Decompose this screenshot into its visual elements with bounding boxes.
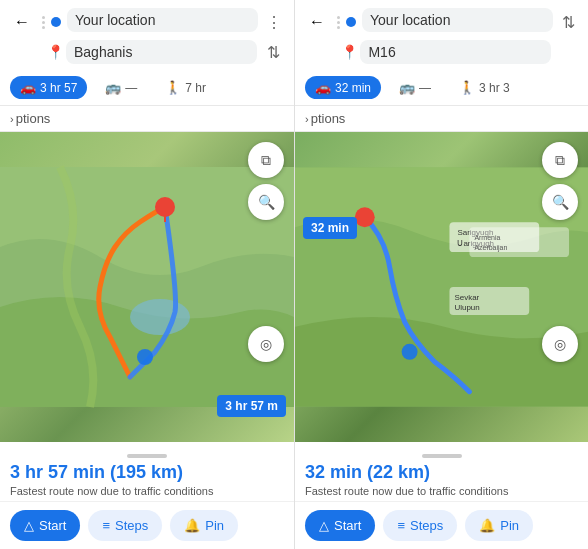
left-duration-text: 3 hr 57 min (195 km) bbox=[10, 462, 284, 483]
right-map-duration-badge: 32 min bbox=[303, 217, 357, 239]
right-options-label: ptions bbox=[311, 111, 346, 126]
left-options-bar[interactable]: › ptions bbox=[0, 106, 294, 132]
left-steps-button[interactable]: ≡ Steps bbox=[88, 510, 162, 541]
right-options-chevron: › bbox=[305, 113, 309, 125]
left-options-label: ptions bbox=[16, 111, 51, 126]
right-location-button[interactable]: ◎ bbox=[542, 326, 578, 362]
right-traffic-note: Fastest route now due to traffic conditi… bbox=[305, 485, 578, 497]
left-walk-chip[interactable]: 🚶 7 hr bbox=[155, 76, 216, 99]
right-scroll-indicator bbox=[422, 454, 462, 458]
left-dest-input[interactable] bbox=[74, 44, 249, 60]
right-origin-box[interactable] bbox=[362, 8, 553, 32]
right-map-svg: Sarigyugh Սarigyugh Sevkar Ulupun Armeni… bbox=[295, 132, 588, 442]
left-drive-label: 3 hr 57 bbox=[40, 81, 77, 95]
left-options-chevron: › bbox=[10, 113, 14, 125]
left-start-icon: △ bbox=[24, 518, 34, 533]
right-transit-label: — bbox=[419, 81, 431, 95]
right-back-button[interactable]: ← bbox=[305, 10, 329, 34]
left-panel: ← ⋮ 📍 ⇅ 🚗 3 hr 57 🚌 — bbox=[0, 0, 294, 549]
back-icon: ← bbox=[14, 13, 30, 31]
left-dest-pin-icon: 📍 bbox=[50, 47, 60, 57]
left-more-button[interactable]: ⋮ bbox=[264, 12, 284, 32]
svg-text:Ulupun: Ulupun bbox=[454, 303, 479, 312]
right-start-icon: △ bbox=[319, 518, 329, 533]
left-map-duration-text: 3 hr 57 m bbox=[225, 399, 278, 413]
right-steps-icon: ≡ bbox=[397, 518, 405, 533]
left-transit-label: — bbox=[125, 81, 137, 95]
svg-point-14 bbox=[355, 207, 375, 227]
left-pin-label: Pin bbox=[205, 518, 224, 533]
left-location-button[interactable]: ◎ bbox=[248, 326, 284, 362]
right-dest-row: 📍 bbox=[305, 40, 578, 64]
right-pin-button[interactable]: 🔔 Pin bbox=[465, 510, 533, 541]
right-map-duration-text: 32 min bbox=[311, 221, 349, 235]
right-origin-row: ← ⇅ bbox=[305, 8, 578, 36]
right-start-button[interactable]: △ Start bbox=[305, 510, 375, 541]
right-swap-button[interactable]: ⇅ bbox=[559, 10, 578, 34]
left-location-icon: ◎ bbox=[260, 336, 272, 352]
left-scroll-indicator bbox=[127, 454, 167, 458]
left-origin-row: ← ⋮ bbox=[10, 8, 284, 36]
right-origin-dot bbox=[346, 17, 356, 27]
right-location-icon: ◎ bbox=[554, 336, 566, 352]
right-pin-label: Pin bbox=[500, 518, 519, 533]
left-start-label: Start bbox=[39, 518, 66, 533]
left-back-button[interactable]: ← bbox=[10, 10, 34, 34]
svg-rect-11 bbox=[469, 227, 569, 257]
left-layers-button[interactable]: ⧉ bbox=[248, 142, 284, 178]
right-zoom-icon: 🔍 bbox=[552, 194, 569, 210]
right-walk-icon: 🚶 bbox=[459, 80, 475, 95]
left-walk-label: 7 hr bbox=[185, 81, 206, 95]
left-action-row: △ Start ≡ Steps 🔔 Pin bbox=[0, 501, 294, 549]
left-transit-chip[interactable]: 🚌 — bbox=[95, 76, 147, 99]
right-layers-button[interactable]: ⧉ bbox=[542, 142, 578, 178]
right-dest-pin-icon: 📍 bbox=[344, 47, 354, 57]
right-layers-icon: ⧉ bbox=[555, 152, 565, 169]
right-drive-chip[interactable]: 🚗 32 min bbox=[305, 76, 381, 99]
right-zoom-button[interactable]: 🔍 bbox=[542, 184, 578, 220]
left-drive-chip[interactable]: 🚗 3 hr 57 bbox=[10, 76, 87, 99]
right-walk-chip[interactable]: 🚶 3 hr 3 bbox=[449, 76, 520, 99]
svg-text:Sevkar: Sevkar bbox=[454, 293, 479, 302]
left-zoom-icon: 🔍 bbox=[258, 194, 275, 210]
left-origin-box[interactable] bbox=[67, 8, 258, 32]
left-start-button[interactable]: △ Start bbox=[10, 510, 80, 541]
right-action-row: △ Start ≡ Steps 🔔 Pin bbox=[295, 501, 588, 549]
right-steps-button[interactable]: ≡ Steps bbox=[383, 510, 457, 541]
right-transit-chip[interactable]: 🚌 — bbox=[389, 76, 441, 99]
right-steps-label: Steps bbox=[410, 518, 443, 533]
left-transport-row: 🚗 3 hr 57 🚌 — 🚶 7 hr bbox=[0, 70, 294, 106]
right-transit-icon: 🚌 bbox=[399, 80, 415, 95]
left-origin-dot bbox=[51, 17, 61, 27]
left-zoom-button[interactable]: 🔍 bbox=[248, 184, 284, 220]
right-dest-box[interactable] bbox=[360, 40, 551, 64]
right-drive-label: 32 min bbox=[335, 81, 371, 95]
left-info-section: 3 hr 57 min (195 km) Fastest route now d… bbox=[0, 442, 294, 501]
right-walk-label: 3 hr 3 bbox=[479, 81, 510, 95]
right-back-icon: ← bbox=[309, 13, 325, 31]
left-map[interactable]: ⧉ 🔍 ◎ 3 hr 57 m bbox=[0, 132, 294, 442]
right-connector-dots bbox=[337, 16, 340, 29]
left-traffic-note: Fastest route now due to traffic conditi… bbox=[10, 485, 284, 497]
left-origin-input[interactable] bbox=[75, 12, 250, 28]
right-header: ← ⇅ 📍 bbox=[295, 0, 588, 70]
right-pin-icon: 🔔 bbox=[479, 518, 495, 533]
right-duration-text: 32 min (22 km) bbox=[305, 462, 578, 483]
svg-point-3 bbox=[137, 349, 153, 365]
right-dest-input[interactable] bbox=[368, 44, 543, 60]
left-walk-icon: 🚶 bbox=[165, 80, 181, 95]
svg-text:Azerbaijan: Azerbaijan bbox=[474, 244, 507, 252]
right-transport-row: 🚗 32 min 🚌 — 🚶 3 hr 3 bbox=[295, 70, 588, 106]
right-info-section: 32 min (22 km) Fastest route now due to … bbox=[295, 442, 588, 501]
svg-point-15 bbox=[402, 344, 418, 360]
left-map-duration-badge: 3 hr 57 m bbox=[217, 395, 286, 417]
left-swap-button[interactable]: ⇅ bbox=[263, 40, 284, 64]
right-options-bar[interactable]: › ptions bbox=[295, 106, 588, 132]
left-connector-dots bbox=[42, 16, 45, 29]
right-drive-icon: 🚗 bbox=[315, 80, 331, 95]
left-dest-box[interactable] bbox=[66, 40, 257, 64]
right-map[interactable]: Sarigyugh Սarigyugh Sevkar Ulupun Armeni… bbox=[295, 132, 588, 442]
right-origin-input[interactable] bbox=[370, 12, 545, 28]
svg-text:Armenia: Armenia bbox=[474, 234, 500, 241]
left-pin-button[interactable]: 🔔 Pin bbox=[170, 510, 238, 541]
